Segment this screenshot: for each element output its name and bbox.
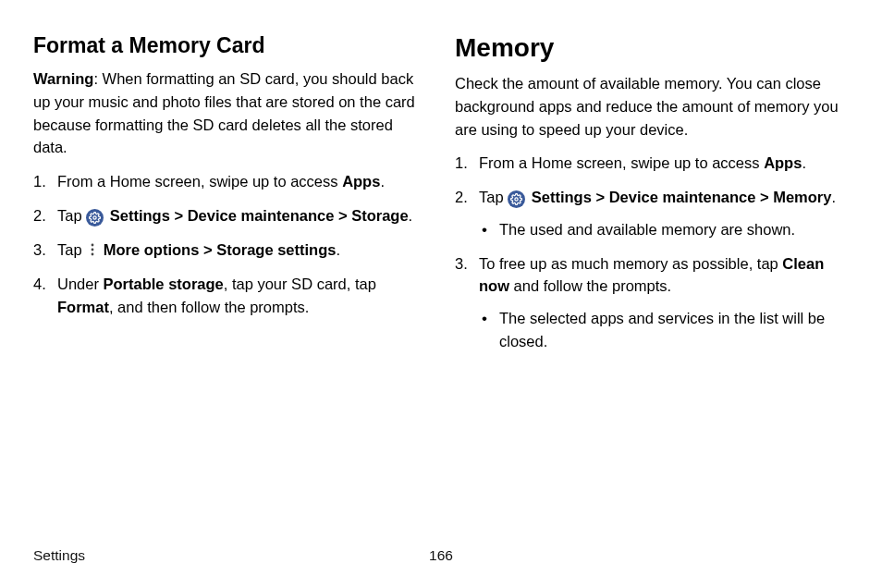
svg-point-0 (93, 216, 96, 219)
list-item: From a Home screen, swipe up to access A… (455, 152, 849, 175)
footer-section-label: Settings (33, 547, 85, 564)
sub-bullet-list: The selected apps and services in the li… (479, 307, 849, 353)
two-column-layout: Format a Memory Card Warning: When forma… (33, 33, 849, 364)
svg-point-3 (92, 252, 94, 255)
warning-label: Warning (33, 70, 93, 87)
left-column: Format a Memory Card Warning: When forma… (33, 33, 427, 364)
memory-intro: Check the amount of available memory. Yo… (455, 72, 849, 141)
svg-point-2 (92, 248, 94, 251)
list-item: Tap Settings > Device maintenance > Memo… (455, 186, 849, 241)
list-item: To free up as much memory as possible, t… (455, 252, 849, 353)
page-footer: Settings 166 (33, 547, 849, 564)
settings-gear-icon (86, 209, 104, 227)
sub-bullet-list: The used and available memory are shown. (479, 218, 849, 241)
page-number: 166 (429, 547, 453, 564)
list-item: The selected apps and services in the li… (479, 307, 849, 353)
format-steps-list: From a Home screen, swipe up to access A… (33, 170, 427, 319)
more-options-icon (87, 239, 98, 263)
svg-point-1 (92, 243, 94, 246)
format-card-heading: Format a Memory Card (33, 33, 427, 58)
right-column: Memory Check the amount of available mem… (455, 33, 849, 364)
memory-heading: Memory (455, 33, 849, 63)
list-item: The used and available memory are shown. (479, 218, 849, 241)
settings-gear-icon (508, 190, 525, 208)
list-item: From a Home screen, swipe up to access A… (33, 170, 427, 193)
list-item: Tap More options > Storage settings. (33, 239, 427, 263)
svg-point-4 (515, 198, 518, 201)
list-item: Under Portable storage, tap your SD card… (33, 273, 427, 319)
memory-steps-list: From a Home screen, swipe up to access A… (455, 152, 849, 352)
warning-paragraph: Warning: When formatting an SD card, you… (33, 67, 427, 159)
list-item: Tap Settings > Device maintenance > Stor… (33, 204, 427, 227)
